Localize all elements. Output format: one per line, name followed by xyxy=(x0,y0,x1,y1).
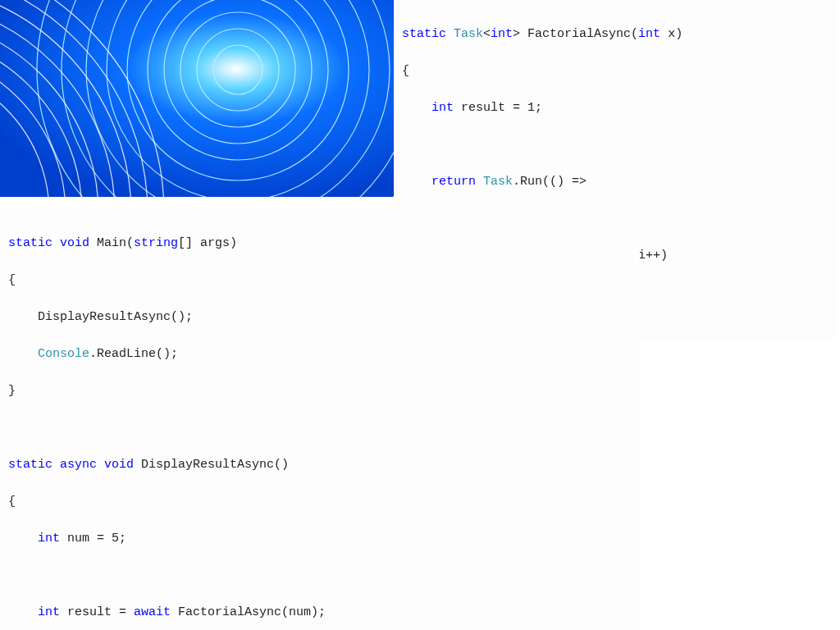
code-snippet-left: static void Main(string[] args) { Displa… xyxy=(0,209,640,630)
code-line: int result = 1; xyxy=(402,99,829,118)
code-line: { xyxy=(402,62,829,81)
code-line: } xyxy=(8,382,632,401)
code-line: return Task.Run(() => xyxy=(402,173,829,192)
code-line xyxy=(8,567,632,586)
code-line xyxy=(8,419,632,438)
code-line: { xyxy=(8,493,632,512)
code-line xyxy=(402,136,829,155)
code-line: int result = await FactorialAsync(num); xyxy=(8,604,632,623)
code-line: { xyxy=(8,272,632,290)
code-line: DisplayResultAsync(); xyxy=(8,308,632,327)
code-line: static async void DisplayResultAsync() xyxy=(8,456,632,475)
background-waves xyxy=(0,0,394,197)
code-line: Console.ReadLine(); xyxy=(8,345,632,364)
code-line: int num = 5; xyxy=(8,530,632,549)
code-line: static void Main(string[] args) xyxy=(8,235,632,253)
code-line: static Task<int> FactorialAsync(int x) xyxy=(402,25,829,44)
